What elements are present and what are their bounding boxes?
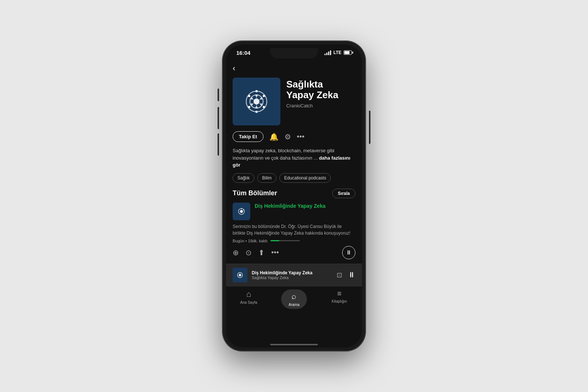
lte-label: LTE [333,50,341,55]
mini-player-title: Diş Hekimliğinde Yapay Zeka [252,270,332,275]
action-row: Takip Et 🔔 ⚙ ••• [226,131,362,147]
tags-row: Sağlık Bilim Educational podcasts [226,173,362,189]
episode-time-info: Bugün • 18dk. kaldı [233,239,268,243]
svg-point-9 [254,99,259,104]
back-nav: ‹ [226,61,362,75]
tag-educational[interactable]: Educational podcasts [279,173,331,183]
episode-more-icon[interactable]: ••• [271,248,279,257]
home-indicator [270,344,318,345]
mute-button [218,89,219,101]
episodes-header: Tüm Bölümler Sırala [226,189,362,203]
svg-point-24 [240,210,243,213]
phone-device: 16:04 LTE ‹ [222,41,366,351]
cast-icon[interactable]: ⊡ [337,271,342,279]
search-icon: ⌕ [291,292,296,301]
status-icons: LTE [325,50,352,55]
tag-saglik[interactable]: Sağlık [233,173,254,183]
library-icon: ≡ [337,289,341,298]
progress-bar [270,240,300,241]
svg-point-5 [263,106,265,108]
podcast-info: Sağlıkta Yapay Zeka CranioCatch [286,78,355,108]
download-icon[interactable]: ⊙ [245,248,252,257]
nav-library-label: Kitaplığın [331,299,347,303]
volume-down-button [218,133,219,156]
sort-button[interactable]: Sırala [332,189,355,198]
episodes-section-title: Tüm Bölümler [233,189,277,197]
screen-content: ‹ [226,61,362,348]
nav-search-label: Arama [288,303,299,307]
podcast-cover-art [240,85,273,118]
battery-icon [344,50,352,55]
episode-top: Diş Hekimliğinde Yapay Zeka [233,203,355,220]
svg-point-3 [255,90,258,92]
svg-point-4 [263,95,265,97]
mini-player-info: Diş Hekimliğinde Yapay Zeka Sağlıkta Yap… [252,270,332,280]
home-icon: ⌂ [246,289,251,299]
mini-player-subtitle: Sağlıkta Yapay Zeka [252,275,332,280]
episode-title-area: Diş Hekimliğinde Yapay Zeka [255,203,326,210]
add-icon[interactable]: ⊕ [233,248,239,257]
podcast-description: Sağlıkta yapay zeka, blockchain, metaver… [226,147,362,173]
follow-button[interactable]: Takip Et [233,131,263,142]
pause-button[interactable]: ⏸ [342,246,355,259]
phone-screen: 16:04 LTE ‹ [226,44,362,348]
search-active-bg: ⌕ Arama [281,289,306,309]
settings-icon[interactable]: ⚙ [284,132,291,141]
notch [270,48,318,58]
power-button [369,111,370,144]
tag-bilim[interactable]: Bilim [257,173,276,183]
svg-point-25 [241,208,242,209]
volume-up-button [218,107,219,129]
progress-fill [270,240,279,241]
podcast-title: Sağlıkta Yapay Zeka [286,79,355,100]
bell-icon[interactable]: 🔔 [269,132,279,141]
episode-meta: Bugün • 18dk. kaldı [233,239,355,243]
pause-icon: ⏸ [346,249,352,256]
bottom-nav: ⌂ Ana Sayfa ⌕ Arama ≡ Kitaplığın [226,286,362,316]
mini-pause-icon[interactable]: ⏸ [348,271,355,279]
more-icon[interactable]: ••• [297,132,305,141]
podcast-header: Sağlıkta Yapay Zeka CranioCatch [226,75,362,131]
podcast-author: CranioCatch [286,103,355,108]
episode-title[interactable]: Diş Hekimliğinde Yapay Zeka [255,203,326,210]
episode-card: Diş Hekimliğinde Yapay Zeka Serimizin bu… [226,203,362,264]
nav-search[interactable]: ⌕ Arama [271,289,316,309]
mini-player[interactable]: Diş Hekimliğinde Yapay Zeka Sağlıkta Yap… [226,264,362,286]
podcast-cover [233,78,280,125]
episode-thumbnail [233,203,250,220]
signal-icon [325,50,331,55]
back-icon[interactable]: ‹ [233,64,235,73]
svg-point-29 [239,274,241,276]
episode-description: Serimizin bu bölümünde Dr. Öğr. Üyesi Ca… [233,223,355,236]
svg-point-7 [248,106,250,108]
nav-home-label: Ana Sayfa [240,300,257,304]
mini-player-thumbnail [233,268,247,282]
svg-point-8 [248,95,250,97]
svg-point-6 [255,111,258,113]
status-time: 16:04 [236,50,250,56]
episode-actions: ⊕ ⊙ ⬆ ••• ⏸ [233,246,355,259]
nav-home[interactable]: ⌂ Ana Sayfa [226,289,271,309]
svg-point-26 [243,209,244,210]
share-icon[interactable]: ⬆ [258,248,265,257]
nav-library[interactable]: ≡ Kitaplığın [317,289,362,309]
mini-player-controls: ⊡ ⏸ [337,271,355,279]
